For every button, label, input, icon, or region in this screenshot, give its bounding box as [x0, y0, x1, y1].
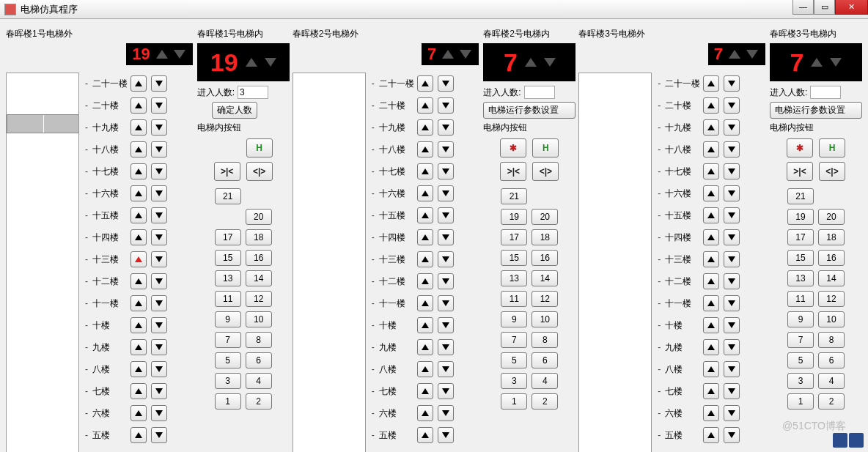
floor-button-16[interactable]: 16 — [532, 250, 558, 266]
hall-call-down-button[interactable] — [724, 97, 740, 114]
hall-call-up-button[interactable] — [417, 207, 433, 223]
hall-call-up-button[interactable] — [130, 119, 147, 136]
floor-button-9[interactable]: 9 — [787, 311, 814, 327]
hall-call-up-button[interactable] — [703, 361, 719, 377]
hall-call-up-button[interactable] — [703, 427, 719, 443]
minimize-button[interactable]: — — [792, 0, 814, 15]
hall-call-up-button[interactable] — [703, 163, 719, 179]
hall-call-up-button[interactable] — [417, 295, 433, 311]
hall-call-up-button[interactable] — [703, 141, 719, 158]
hall-call-down-button[interactable] — [151, 405, 167, 421]
hall-call-up-button[interactable] — [130, 339, 147, 355]
hall-call-down-button[interactable] — [151, 119, 167, 136]
floor-button-2[interactable]: 2 — [532, 393, 558, 410]
hall-call-down-button[interactable] — [151, 97, 167, 114]
floor-button-8[interactable]: 8 — [532, 332, 558, 348]
floor-button-2[interactable]: 2 — [818, 393, 845, 410]
floor-button-3[interactable]: 3 — [787, 373, 814, 389]
floor-button-8[interactable]: 8 — [246, 332, 272, 348]
hall-call-up-button[interactable] — [130, 251, 147, 267]
floor-button-7[interactable]: 7 — [215, 332, 241, 348]
hall-call-down-button[interactable] — [151, 163, 167, 179]
floor-button-12[interactable]: 12 — [246, 291, 272, 307]
hall-call-up-button[interactable] — [130, 97, 147, 114]
hall-call-up-button[interactable] — [130, 427, 147, 443]
floor-button-17[interactable]: 17 — [787, 229, 814, 245]
hall-call-down-button[interactable] — [151, 229, 167, 245]
hall-call-down-button[interactable] — [438, 295, 454, 311]
floor-button-3[interactable]: 3 — [501, 373, 527, 389]
enter-people-input[interactable] — [810, 86, 841, 99]
tray-icon[interactable] — [833, 433, 847, 448]
hall-call-up-button[interactable] — [703, 317, 719, 333]
hall-call-up-button[interactable] — [130, 273, 147, 289]
hall-call-up-button[interactable] — [417, 97, 433, 114]
hall-call-down-button[interactable] — [438, 163, 454, 179]
floor-button-15[interactable]: 15 — [787, 250, 814, 266]
hall-call-down-button[interactable] — [724, 295, 740, 311]
floor-button-9[interactable]: 9 — [501, 311, 527, 327]
floor-button-12[interactable]: 12 — [818, 291, 845, 307]
tray-icon[interactable] — [849, 433, 864, 448]
floor-button-7[interactable]: 7 — [787, 332, 814, 348]
floor-button-13[interactable]: 13 — [787, 270, 814, 286]
floor-button-5[interactable]: 5 — [215, 352, 241, 368]
hall-call-up-button[interactable] — [130, 207, 147, 223]
floor-button-18[interactable]: 18 — [532, 229, 558, 245]
hall-call-down-button[interactable] — [151, 427, 167, 443]
hall-call-down-button[interactable] — [438, 405, 454, 421]
hall-call-up-button[interactable] — [417, 427, 433, 443]
door-open-button[interactable]: >|< — [214, 162, 240, 181]
floor-button-6[interactable]: 6 — [246, 352, 272, 368]
floor-button-12[interactable]: 12 — [532, 291, 558, 307]
floor-button-6[interactable]: 6 — [532, 352, 558, 368]
hall-call-up-button[interactable] — [703, 185, 719, 201]
floor-button-11[interactable]: 11 — [501, 291, 527, 307]
floor-button-10[interactable]: 10 — [246, 311, 272, 327]
hall-call-up-button[interactable] — [417, 229, 433, 245]
hall-call-up-button[interactable] — [703, 75, 719, 92]
hall-call-down-button[interactable] — [724, 273, 740, 289]
hall-call-down-button[interactable] — [151, 317, 167, 333]
floor-button-17[interactable]: 17 — [501, 229, 527, 245]
floor-button-21[interactable]: 21 — [501, 188, 527, 204]
floor-button-20[interactable]: 20 — [532, 209, 558, 225]
floor-button-10[interactable]: 10 — [818, 311, 845, 327]
hall-call-down-button[interactable] — [151, 207, 167, 223]
hall-call-up-button[interactable] — [703, 405, 719, 421]
hall-call-down-button[interactable] — [724, 141, 740, 158]
floor-button-5[interactable]: 5 — [501, 352, 527, 368]
hall-call-up-button[interactable] — [417, 361, 433, 377]
hall-call-down-button[interactable] — [724, 229, 740, 245]
floor-button-21[interactable]: 21 — [215, 188, 241, 204]
hall-call-down-button[interactable] — [438, 361, 454, 377]
floor-button-16[interactable]: 16 — [818, 250, 845, 266]
alarm-button[interactable]: ✱ — [787, 138, 813, 158]
floor-button-4[interactable]: 4 — [246, 373, 272, 389]
hall-call-down-button[interactable] — [151, 141, 167, 158]
floor-button-20[interactable]: 20 — [246, 209, 272, 225]
hall-call-down-button[interactable] — [151, 295, 167, 311]
hall-call-down-button[interactable] — [438, 75, 454, 92]
hall-call-down-button[interactable] — [438, 185, 454, 201]
floor-button-1[interactable]: 1 — [501, 393, 527, 410]
hold-button[interactable]: H — [819, 138, 845, 158]
floor-button-11[interactable]: 11 — [787, 291, 814, 307]
floor-button-14[interactable]: 14 — [818, 270, 845, 286]
hall-call-down-button[interactable] — [438, 97, 454, 114]
hall-call-down-button[interactable] — [438, 427, 454, 443]
alarm-button[interactable]: ✱ — [500, 138, 526, 158]
hall-call-up-button[interactable] — [130, 185, 147, 201]
floor-button-3[interactable]: 3 — [215, 373, 241, 389]
hall-call-down-button[interactable] — [438, 339, 454, 355]
hall-call-down-button[interactable] — [724, 119, 740, 136]
hall-call-up-button[interactable] — [130, 317, 147, 333]
hall-call-up-button[interactable] — [417, 383, 433, 399]
hall-call-down-button[interactable] — [151, 339, 167, 355]
floor-button-15[interactable]: 15 — [501, 250, 527, 266]
hall-call-up-button[interactable] — [417, 405, 433, 421]
params-button[interactable]: 电梯运行参数设置 — [770, 102, 862, 119]
floor-button-15[interactable]: 15 — [215, 250, 241, 266]
enter-people-input[interactable] — [524, 86, 555, 99]
hall-call-down-button[interactable] — [724, 383, 740, 399]
